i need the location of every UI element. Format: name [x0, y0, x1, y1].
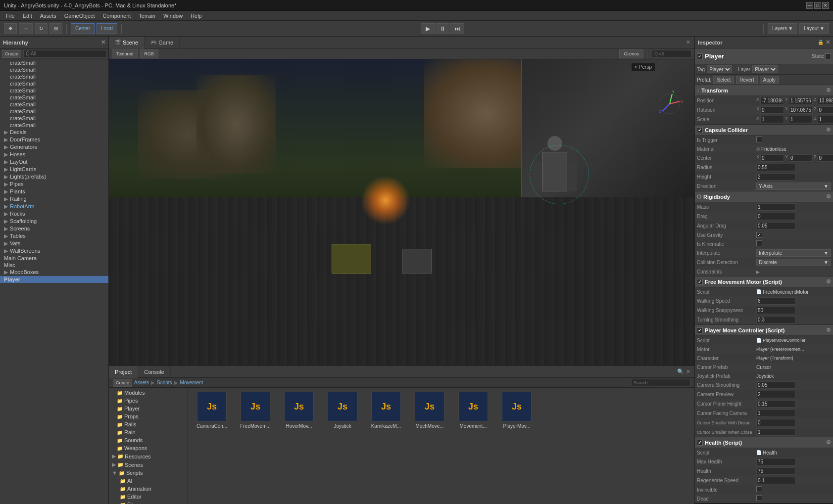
move-tool[interactable]: ↔ [19, 23, 33, 34]
menu-gameobject[interactable]: GameObject [60, 13, 99, 19]
hierarchy-search[interactable] [23, 50, 106, 58]
ptree-scripts[interactable]: ▼ 📁Scripts [110, 469, 187, 477]
file-playermov[interactable]: Js PlayerMov... [497, 392, 537, 429]
player-move-controller-header[interactable]: Player Move Controller (Script) ⚙ [695, 325, 833, 336]
interpolate-dropdown[interactable]: Interpolate▼ [756, 249, 831, 257]
free-movement-header[interactable]: Free Movement Motor (Script) ⚙ [695, 276, 833, 287]
hierarchy-item-generators[interactable]: ▶Generators [0, 143, 108, 151]
menu-window[interactable]: Window [159, 13, 187, 19]
list-item[interactable]: crateSmall [0, 66, 108, 73]
hierarchy-item-layout[interactable]: ▶LayOut [0, 158, 108, 166]
list-item[interactable]: crateSmall [0, 101, 108, 108]
capsule-settings-icon[interactable]: ⚙ [826, 127, 831, 133]
project-search-icon[interactable]: 🔍 [677, 368, 684, 375]
player-active-checkbox[interactable] [697, 53, 703, 59]
health-input[interactable] [756, 467, 796, 475]
list-item[interactable]: crateSmall [0, 108, 108, 115]
transform-header[interactable]: ↕ Transform ⚙ [695, 85, 833, 96]
tag-dropdown[interactable]: Player [707, 65, 732, 73]
tab-scene[interactable]: 🎬Scene [109, 37, 145, 48]
invincible-checkbox[interactable] [756, 486, 762, 492]
max-health-input[interactable] [756, 458, 796, 465]
breadcrumb-movement[interactable]: Movement [180, 380, 203, 385]
list-item[interactable]: crateSmall [0, 94, 108, 101]
settings-icon[interactable]: ⚙ [826, 87, 831, 93]
hierarchy-item-robotarm[interactable]: ▶RobotArm [0, 203, 108, 210]
scene-close[interactable]: ✕ [686, 39, 690, 46]
drag-input[interactable] [756, 213, 796, 220]
hierarchy-item-plants[interactable]: ▶Plants [0, 188, 108, 195]
capsule-enabled[interactable] [697, 127, 703, 133]
radius-input[interactable] [756, 164, 796, 171]
height-input[interactable] [756, 173, 796, 181]
rigidbody-settings-icon[interactable]: ⚙ [826, 193, 831, 200]
textured-dropdown[interactable]: Textured [112, 49, 138, 58]
pmc-settings[interactable]: ⚙ [826, 327, 831, 333]
list-item[interactable]: crateSmall [0, 80, 108, 87]
tab-game[interactable]: 🎮Game [145, 37, 180, 48]
rigidbody-header[interactable]: ⬡ Rigidbody ⚙ [695, 191, 833, 202]
direction-dropdown[interactable]: Y-Axis▼ [756, 183, 831, 190]
ptree-props[interactable]: 📁Props [110, 412, 187, 420]
pivot-button[interactable]: Center [71, 23, 95, 34]
tab-project[interactable]: Project [109, 366, 138, 378]
rot-y[interactable] [789, 106, 813, 114]
list-item[interactable]: crateSmall [0, 59, 108, 66]
hierarchy-item-vats[interactable]: ▶Vats [0, 240, 108, 247]
rot-x[interactable] [760, 106, 784, 114]
is-kinematic-checkbox[interactable] [756, 240, 762, 246]
file-joystick[interactable]: Js Joystick [323, 392, 362, 429]
hand-tool[interactable]: ✥ [4, 23, 17, 34]
hierarchy-close[interactable]: ✕ [101, 39, 105, 46]
ptree-weapons[interactable]: 📁Weapons [110, 444, 187, 452]
list-item[interactable]: crateSmall [0, 115, 108, 122]
layout-dropdown[interactable]: Layout▼ [799, 23, 829, 34]
hierarchy-item-moodboxes[interactable]: ▶MoodBoxes [0, 269, 108, 276]
ptree-rails[interactable]: 📁Rails [110, 420, 187, 428]
pause-button[interactable]: ⏸ [436, 23, 449, 34]
center-z[interactable] [818, 154, 833, 162]
walking-speed-input[interactable] [756, 297, 796, 305]
hierarchy-item-doorframes[interactable]: ▶DoorFrames [0, 136, 108, 143]
hierarchy-item-decals[interactable]: ▶Decals [0, 129, 108, 136]
capsule-collider-header[interactable]: Capsule Collider ⚙ [695, 125, 833, 136]
hierarchy-item-screens[interactable]: ▶Screens [0, 225, 108, 232]
center-x[interactable] [760, 154, 784, 162]
center-y[interactable] [789, 154, 813, 162]
scale-z[interactable] [818, 116, 833, 123]
play-button[interactable]: ▶ [421, 23, 435, 34]
hierarchy-item-misc[interactable]: Misc [0, 262, 108, 269]
file-hovermov[interactable]: Js HoverMov... [279, 392, 319, 429]
pos-x[interactable] [760, 97, 784, 104]
walking-snappyness-input[interactable] [756, 307, 796, 314]
dead-checkbox[interactable] [756, 495, 762, 501]
hierarchy-item-maincamera[interactable]: Main Camera [0, 255, 108, 262]
cursor-plane-height-input[interactable] [756, 400, 796, 408]
space-button[interactable]: Local [97, 23, 117, 34]
cursor-smaller-distance-input[interactable] [756, 419, 796, 426]
scale-tool[interactable]: ⊞ [49, 23, 62, 34]
ptree-fx[interactable]: 📁Fx [110, 501, 187, 504]
scene-search[interactable] [652, 50, 691, 58]
hierarchy-item-player[interactable]: Player [0, 276, 108, 283]
ptree-scenes[interactable]: ▶ 📁Scenes [110, 460, 187, 469]
file-mechmove[interactable]: Js MechMove... [410, 392, 449, 429]
persp-label[interactable]: < Persp [632, 63, 655, 71]
hierarchy-item-pipes[interactable]: ▶Pipes [0, 181, 108, 188]
rotate-tool[interactable]: ↻ [35, 23, 48, 34]
ptree-ai[interactable]: 📁AI [110, 477, 187, 485]
use-gravity-checkbox[interactable] [756, 232, 762, 238]
hierarchy-create-button[interactable]: Create [2, 50, 21, 58]
breadcrumb-scripts[interactable]: Scripts [157, 380, 172, 385]
cursor-smaller-close-input[interactable] [756, 428, 796, 436]
rot-z[interactable] [818, 106, 833, 114]
menu-component[interactable]: Component [98, 13, 135, 19]
scale-y[interactable] [789, 116, 813, 123]
select-button[interactable]: Select [713, 76, 734, 84]
scene-viewport[interactable]: X Y Z < Persp [109, 59, 694, 366]
ptree-modules[interactable]: 📁Modules [110, 389, 187, 397]
is-trigger-checkbox[interactable] [756, 137, 762, 142]
file-movement[interactable]: Js Movement... [453, 392, 493, 429]
hierarchy-item-rocks[interactable]: ▶Rocks [0, 210, 108, 218]
turning-smoothing-input[interactable] [756, 316, 796, 323]
